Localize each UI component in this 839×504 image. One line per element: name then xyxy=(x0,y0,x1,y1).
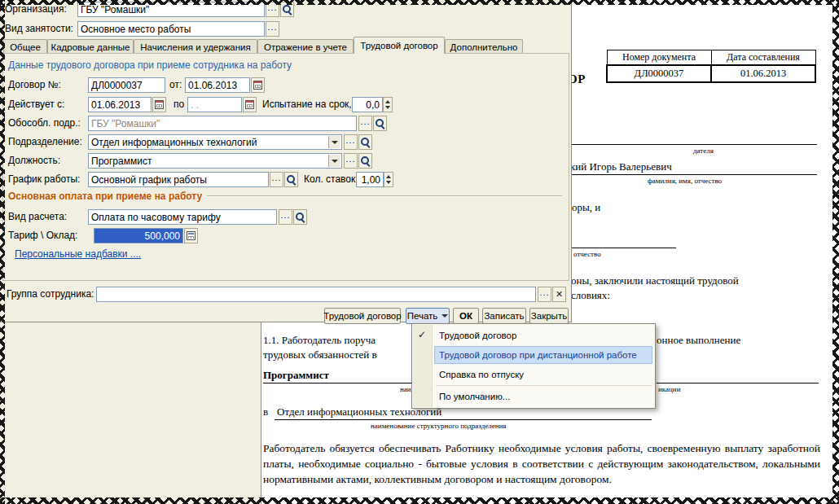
position-open-button[interactable] xyxy=(358,153,372,169)
department-open-button[interactable] xyxy=(358,134,372,150)
salary-label: Тариф \ Оклад: xyxy=(8,230,77,241)
schedule-open-button[interactable] xyxy=(284,172,298,187)
rate-count-spinner[interactable] xyxy=(384,172,393,187)
probation-spinner[interactable] xyxy=(383,97,393,112)
department-dropdown-button[interactable] xyxy=(328,136,340,148)
schedule-field[interactable]: Основной график работы xyxy=(88,172,269,187)
print-button[interactable]: Печать xyxy=(406,308,450,324)
valid-to-calendar-button[interactable] xyxy=(243,97,257,112)
employee-group-field[interactable] xyxy=(96,287,536,302)
organization-open-button[interactable] xyxy=(280,2,294,17)
menu-item-label: По умолчанию... xyxy=(439,392,510,401)
tab-nachisleniya[interactable]: Начисления и удержания xyxy=(134,39,257,54)
calc-type-field[interactable]: Оплата по часовому тарифу xyxy=(88,209,277,225)
calculator-icon xyxy=(187,231,195,240)
magnifier-icon xyxy=(375,118,385,129)
ellipsis-icon: ... xyxy=(345,138,355,147)
ellipsis-icon: ... xyxy=(345,156,355,166)
tab-trudovoy-dogovor[interactable]: Трудовой договор xyxy=(354,37,445,54)
separate-division-value: ГБУ "Ромашки" xyxy=(91,118,160,129)
menu-item-po-umolchaniyu[interactable]: По умолчанию... xyxy=(412,387,655,406)
salary-value: 500,000 xyxy=(145,230,180,242)
ellipsis-icon: ... xyxy=(271,175,281,185)
employee-group-browse-button[interactable]: ... xyxy=(538,287,551,302)
calc-type-value: Оплата по часовому тарифу xyxy=(91,212,221,223)
doc-number-header: Номер документа xyxy=(607,50,711,66)
position-dropdown-button[interactable] xyxy=(328,155,340,167)
contract-number-value: ДЛ0000037 xyxy=(91,80,143,91)
document-header-table: Номер документа Дата составления ДЛ00000… xyxy=(606,50,816,83)
magnifier-icon xyxy=(360,156,371,166)
contract-number-label: Договор №: xyxy=(8,79,61,90)
calc-type-label: Вид расчета: xyxy=(8,211,67,222)
doc-employer-caption: дателя xyxy=(693,147,714,155)
personal-bonuses-link[interactable]: Персональные надбавки .... xyxy=(15,248,141,260)
salary-calculator-button[interactable] xyxy=(184,228,198,243)
employment-value: Основное место работы xyxy=(81,24,191,35)
separate-division-browse-button[interactable]: ... xyxy=(358,116,372,131)
organization-browse-button[interactable]: ... xyxy=(266,2,279,17)
valid-to-label: по xyxy=(174,99,184,110)
valid-from-value: 01.06.2013 xyxy=(91,99,140,111)
close-icon: ✕ xyxy=(556,290,563,299)
doc-clause-left: трудовых обязанностей в xyxy=(263,348,377,362)
tab-obshchee[interactable]: Общее xyxy=(3,39,47,54)
position-field[interactable]: Программист xyxy=(88,153,342,169)
ok-button[interactable]: ОК xyxy=(453,308,479,324)
hiring-form-dialog: Организация: ГБУ "Ромашки" ... Вид занят… xyxy=(0,0,572,322)
calc-type-open-button[interactable] xyxy=(293,209,307,225)
check-icon: ✓ xyxy=(418,329,426,340)
doc-text-fragment: словиях: xyxy=(571,289,610,302)
magnifier-icon xyxy=(282,4,292,15)
contract-date-label: от: xyxy=(169,79,182,90)
schedule-browse-button[interactable]: ... xyxy=(270,172,283,187)
tab-label: Общее xyxy=(10,42,41,52)
position-browse-button[interactable]: ... xyxy=(344,153,358,169)
valid-from-calendar-button[interactable] xyxy=(152,97,166,112)
employee-group-clear-button[interactable]: ✕ xyxy=(552,287,566,302)
valid-from-field[interactable]: 01.06.2013 xyxy=(88,97,152,112)
button-label: ОК xyxy=(459,311,472,321)
contract-date-field[interactable]: 01.06.2013 xyxy=(185,77,250,93)
calc-type-browse-button[interactable]: ... xyxy=(279,209,292,225)
tab-otrazhenie[interactable]: Отражение в учете xyxy=(257,39,354,54)
contract-date-calendar-button[interactable] xyxy=(251,77,265,93)
ellipsis-icon: ... xyxy=(267,5,277,15)
ellipsis-icon: ... xyxy=(267,24,277,34)
ellipsis-icon: ... xyxy=(280,213,290,222)
probation-field[interactable]: 0,0 xyxy=(352,97,383,112)
doc-underline xyxy=(570,248,676,248)
doc-text-fragment: оры, и xyxy=(572,201,600,214)
separate-division-field[interactable]: ГБУ "Ромашки" xyxy=(88,116,357,131)
valid-to-field[interactable]: . . xyxy=(187,97,242,112)
spin-down-icon xyxy=(386,181,391,184)
doc-obligation-paragraph: Работодатель обязуется обеспечивать Рабо… xyxy=(263,440,820,487)
doc-date-value: 01.06.2013 xyxy=(711,65,815,82)
separate-division-open-button[interactable] xyxy=(373,116,387,131)
doc-department-caption: наименование структурного подразделения xyxy=(371,422,507,430)
tab-dopolnitelno[interactable]: Дополнительно xyxy=(445,39,523,54)
menu-item-trudovoy-dogovor[interactable]: ✓ Трудовой договор xyxy=(412,326,655,345)
contract-number-field[interactable]: ДЛ0000037 xyxy=(88,77,165,93)
menu-item-distance-contract[interactable]: Трудовой договор при дистанционной работ… xyxy=(412,345,655,365)
contract-footer-button[interactable]: Трудовой договор xyxy=(324,308,401,324)
close-button[interactable]: Закрыть xyxy=(529,308,569,324)
spin-up-icon xyxy=(385,100,390,103)
doc-position: Программист xyxy=(263,369,329,382)
save-button[interactable]: Записать xyxy=(482,308,526,324)
tab-kadrovye-dannye[interactable]: Кадровые данные xyxy=(47,39,134,54)
department-browse-button[interactable]: ... xyxy=(344,134,358,150)
menu-item-spravka-po-otpusku[interactable]: Справка по отпуску xyxy=(412,365,655,384)
magnifier-icon xyxy=(295,212,305,222)
employment-browse-button[interactable]: ... xyxy=(266,21,279,37)
employment-field[interactable]: Основное место работы xyxy=(77,21,265,37)
pay-section-title: Основная оплата при приеме на работу xyxy=(8,191,202,202)
organization-field[interactable]: ГБУ "Ромашки" xyxy=(77,2,265,17)
doc-underline xyxy=(275,419,652,420)
rate-count-field[interactable]: 1,00 xyxy=(356,172,384,187)
department-field[interactable]: Отдел информационных технологий xyxy=(88,134,342,150)
doc-date-header: Дата составления xyxy=(711,50,815,66)
spin-up-icon xyxy=(386,175,391,178)
tab-label: Начисления и удержания xyxy=(140,42,251,52)
salary-field[interactable]: 500,000 xyxy=(94,228,183,243)
